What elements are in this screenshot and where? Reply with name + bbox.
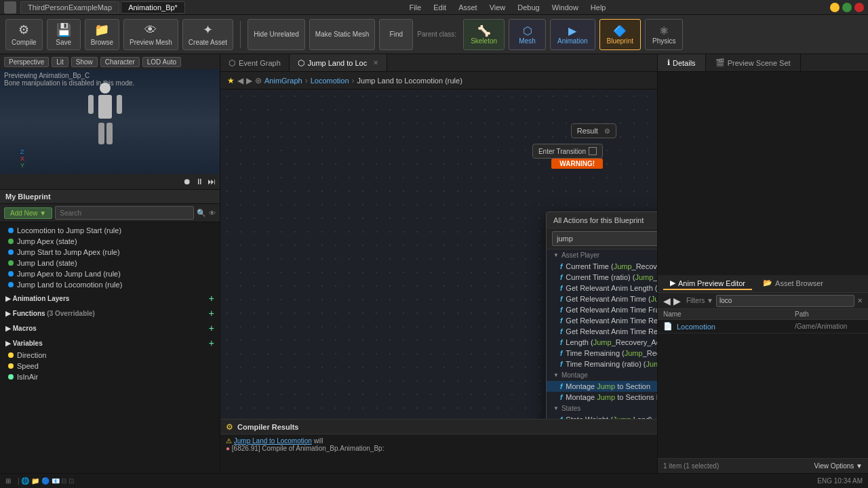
action-current-time[interactable]: f Current Time (Jump_Recovery_Additive) [547,261,657,272]
add-new-button[interactable]: Add New ▼ [4,207,52,219]
make-static-mesh-button[interactable]: Make Static Mesh [309,19,375,50]
animation-button[interactable]: ▶ Animation [550,19,595,50]
tab-preview-scene[interactable]: 🎬 Preview Scene Set [706,54,801,71]
add-macro-button[interactable]: + [209,323,214,333]
editor-tabs: ⬡ Event Graph ⬡ Jump Land to Loc ✕ [220,54,657,72]
transition-checkbox[interactable] [589,147,597,155]
breadcrumb-back[interactable]: ◀ [237,76,243,85]
show-button[interactable]: Show [71,57,98,67]
bp-var-direction[interactable]: Direction [0,350,220,361]
bp-search-input[interactable] [55,206,194,220]
filter-input[interactable] [716,295,854,307]
action-get-anim-time-fraction[interactable]: f Get Relevant Anim Time Fraction (Jump … [547,304,657,315]
right-panel: ℹ Details 🎬 Preview Scene Set ▶ Anim Pre… [658,54,868,473]
functions-section[interactable]: ▶ Functions (3 Overridable) + [0,305,220,320]
menu-help[interactable]: Help [585,2,612,13]
action-search-input[interactable] [552,231,657,246]
section-montage[interactable]: ▼ Montage [547,369,657,381]
add-variable-button[interactable]: + [209,338,214,348]
action-search-header: All Actions for this Blueprint Context S… [547,212,657,228]
tab-animation-bp[interactable]: Animation_Bp* [121,1,185,14]
bp-item-locom-jump-start[interactable]: Locomotion to Jump Start (rule) [0,225,220,236]
menu-file[interactable]: File [403,2,427,13]
action-get-anim-time-remaining[interactable]: f Get Relevant Anim Time Remaining (Jump… [547,315,657,326]
close-button[interactable] [854,3,864,12]
breadcrumb-forward[interactable]: ▶ [246,76,252,85]
asset-row[interactable]: 📄 Locomotion /Game/Animation [658,320,868,333]
perspective-button[interactable]: Perspective [4,57,49,67]
bp-item-jump-apex[interactable]: Jump Apex (state) [0,236,220,247]
tab-asset-browser[interactable]: 📂 Asset Browser [756,277,830,290]
action-length[interactable]: f Length (Jump_Recovery_Additive) [547,337,657,348]
view-options-button[interactable]: View Options ▼ [814,462,863,470]
mesh-button[interactable]: ⬡ Mesh [509,19,546,50]
add-function-button[interactable]: + [209,308,214,319]
tab-map[interactable]: ThirdPersonExampleMap [20,1,119,14]
pause-button[interactable]: ⏸ [195,177,203,186]
bp-item-jump-land[interactable]: Jump Land (state) [0,258,220,268]
section-states[interactable]: ▼ States [547,403,657,414]
bp-var-speed[interactable]: Speed [0,361,220,371]
animation-layers-section[interactable]: ▶ Animation Layers + [0,290,220,305]
hide-unrelated-button[interactable]: Hide Unrelated [248,19,305,50]
preview-mesh-button[interactable]: 👁 Preview Mesh [123,19,178,50]
tab-jump-land[interactable]: ⬡ Jump Land to Loc ✕ [290,54,387,71]
action-time-remaining-ratio[interactable]: f Time Remaining (ratio) (Jump_Recovery_… [547,359,657,369]
asset-browser-icon: 📂 [763,279,772,287]
filter-clear-button[interactable]: ✕ [857,297,863,304]
tab-event-graph[interactable]: ⬡ Event Graph [220,54,290,71]
menu-window[interactable]: Window [547,2,584,13]
action-time-remaining[interactable]: f Time Remaining (Jump_Recovery_Additive… [547,348,657,359]
bp-item-jump-land-locom[interactable]: Jump Land to Locomotion (rule) [0,279,220,290]
bp-item-jump-apex-land[interactable]: Jump Apex to Jump Land (rule) [0,268,220,279]
action-current-time-ratio[interactable]: f Current Time (ratio) (Jump_Recovery_Ad… [547,272,657,283]
macros-section[interactable]: ▶ Macros + [0,320,220,335]
find-button[interactable]: Find [379,19,413,50]
action-get-anim-length[interactable]: f Get Relevant Anim Length (Jump Land) [547,283,657,293]
minimize-button[interactable] [830,3,840,12]
menu-edit[interactable]: Edit [428,2,452,13]
maximize-button[interactable] [842,3,852,12]
tab-anim-preview-editor[interactable]: ▶ Anim Preview Editor [663,277,752,290]
breadcrumb-star[interactable]: ★ [227,76,235,85]
tab-details[interactable]: ℹ Details [658,54,706,71]
app-icon [4,1,16,14]
lod-button[interactable]: LOD Auto [142,57,181,67]
action-get-anim-time[interactable]: f Get Relevant Anim Time (Jump Land) [547,293,657,304]
menu-asset[interactable]: Asset [453,2,483,13]
bp-var-isinair[interactable]: IsInAir [0,371,220,382]
filter-icon[interactable]: 👁 [209,209,216,217]
compile-button[interactable]: ⚙ Compile [5,19,43,50]
start-button[interactable]: ⊞ [5,477,11,485]
tab-close-icon[interactable]: ✕ [373,59,378,66]
browse-button[interactable]: 📁 Browse [85,19,119,50]
asset-name[interactable]: Locomotion [677,323,791,331]
bp-item-jump-start-apex[interactable]: Jump Start to Jump Apex (rule) [0,247,220,258]
menu-debug[interactable]: Debug [512,2,545,13]
next-button[interactable]: ⏭ [208,177,216,186]
result-settings-icon[interactable]: ⚙ [604,127,610,135]
menu-view[interactable]: View [484,2,511,13]
graph-area[interactable]: Result ⚙ Enter Transition WARNING! All A… [220,89,657,419]
variables-section[interactable]: ▶ Variables + [0,335,220,350]
blueprint-button[interactable]: 🔷 Blueprint [599,19,641,50]
skeleton-button[interactable]: 🦴 Skeleton [463,19,505,50]
create-asset-button[interactable]: ✦ Create Asset [182,19,233,50]
physics-button[interactable]: ⚛ Physics [645,19,683,50]
action-montage-jump-section[interactable]: f Montage Jump to Section [547,381,657,392]
breadcrumb-locomotion[interactable]: Locomotion [311,77,349,85]
filters-label[interactable]: Filters ▼ [686,297,713,304]
section-asset-player[interactable]: ▼ Asset Player [547,249,657,261]
add-animation-layer-button[interactable]: + [209,293,214,304]
action-get-anim-time-remaining-fraction[interactable]: f Get Relevant Anim Time Remaining Fract… [547,326,657,337]
compiler-link[interactable]: Jump Land to Locomotion [234,437,312,445]
character-button[interactable]: Character [100,57,140,67]
record-button[interactable]: ⏺ [183,177,191,186]
action-montage-jump-sections-end[interactable]: f Montage Jump to Sections End [547,392,657,403]
breadcrumb-animgraph[interactable]: AnimGraph [264,77,302,85]
save-button[interactable]: 💾 Save [47,19,81,50]
lit-button[interactable]: Lit [52,57,68,67]
action-state-weight[interactable]: f State Weight (Jump Land) [547,414,657,419]
nav-forward-button[interactable]: ▶ [673,296,681,306]
nav-back-button[interactable]: ◀ [663,296,671,306]
